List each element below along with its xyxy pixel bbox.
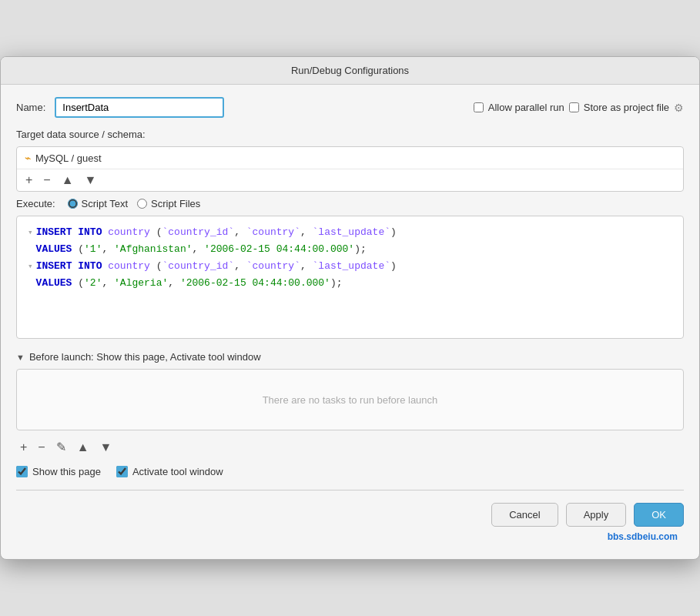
before-launch-title: Before launch: Show this page, Activate … (29, 351, 261, 363)
no-tasks-text: There are no tasks to run before launch (263, 394, 438, 406)
script-files-option[interactable]: Script Files (137, 198, 200, 209)
down-datasource-btn[interactable]: ▼ (81, 172, 101, 188)
activate-tool-window-option[interactable]: Activate tool window (116, 466, 223, 477)
datasource-box: ⌁ MySQL / guest + − ▲ ▼ (16, 146, 684, 192)
db-icon: ⌁ (25, 152, 31, 164)
apply-button[interactable]: Apply (566, 503, 627, 527)
allow-parallel-label[interactable]: Allow parallel run (474, 102, 564, 113)
fold-spacer-2 (28, 276, 33, 291)
show-this-page-label: Show this page (32, 466, 101, 477)
fold-icon-2[interactable]: ▾ (28, 259, 33, 274)
allow-parallel-checkbox[interactable] (474, 102, 484, 112)
code-editor[interactable]: ▾ INSERT INTO country (`country_id`, `co… (16, 216, 684, 339)
separator (16, 490, 684, 490)
datasource-value: MySQL / guest (35, 152, 102, 164)
add-datasource-btn[interactable]: + (22, 172, 36, 188)
datasource-toolbar: + − ▲ ▼ (17, 169, 683, 191)
code-line-2: VALUES ('1', 'Afghanistan', '2006-02-15 … (28, 241, 672, 258)
execute-label: Execute: (16, 198, 55, 209)
collapse-arrow[interactable]: ▼ (16, 353, 25, 362)
title-text: Run/Debug Configurations (291, 65, 409, 76)
watermark: bbs.sdbeiu.com (16, 530, 684, 547)
code-line-4: VALUES ('2', 'Algeria', '2006-02-15 04:4… (28, 275, 672, 292)
datasource-section-label: Target data source / schema: (16, 129, 684, 140)
remove-launch-btn[interactable]: − (34, 440, 49, 455)
show-this-page-option[interactable]: Show this page (16, 466, 101, 477)
up-datasource-btn[interactable]: ▲ (58, 172, 78, 188)
code-line-3: ▾ INSERT INTO country (`country_id`, `co… (28, 258, 672, 275)
header-checkboxes: Allow parallel run Store as project file… (474, 102, 684, 114)
script-files-radio[interactable] (137, 199, 147, 209)
checkboxes-row: Show this page Activate tool window (16, 466, 684, 477)
before-launch-box: There are no tasks to run before launch (16, 369, 684, 430)
ok-button[interactable]: OK (634, 503, 684, 527)
script-text-option[interactable]: Script Text (68, 198, 128, 209)
fold-icon-1[interactable]: ▾ (28, 226, 33, 240)
activate-tool-window-checkbox[interactable] (116, 466, 128, 477)
down-launch-btn[interactable]: ▼ (96, 440, 116, 455)
add-launch-btn[interactable]: + (16, 440, 31, 455)
launch-toolbar: + − ✎ ▲ ▼ (16, 437, 684, 458)
cancel-button[interactable]: Cancel (491, 503, 558, 527)
run-debug-dialog: Run/Debug Configurations Name: Allow par… (0, 56, 700, 560)
gear-icon[interactable]: ⚙ (674, 102, 684, 114)
activate-tool-window-label: Activate tool window (132, 466, 223, 477)
datasource-row[interactable]: ⌁ MySQL / guest (17, 147, 683, 169)
store-as-project-checkbox[interactable] (569, 102, 579, 112)
execute-radio-group: Script Text Script Files (68, 198, 201, 209)
name-label: Name: (16, 102, 45, 113)
code-line-1: ▾ INSERT INTO country (`country_id`, `co… (28, 224, 672, 241)
edit-launch-btn[interactable]: ✎ (52, 440, 70, 455)
remove-datasource-btn[interactable]: − (39, 172, 54, 188)
dialog-title: Run/Debug Configurations (1, 57, 699, 85)
fold-spacer-1 (28, 243, 33, 257)
show-this-page-checkbox[interactable] (16, 466, 28, 477)
button-row: Cancel Apply OK (16, 497, 684, 530)
name-input[interactable] (55, 97, 224, 118)
store-as-project-label[interactable]: Store as project file (569, 102, 669, 113)
before-launch-section: ▼ Before launch: Show this page, Activat… (16, 351, 684, 458)
script-text-radio[interactable] (68, 199, 78, 209)
name-row: Name: Allow parallel run Store as projec… (16, 97, 684, 118)
execute-row: Execute: Script Text Script Files (16, 198, 684, 209)
up-launch-btn[interactable]: ▲ (73, 440, 93, 455)
before-launch-header: ▼ Before launch: Show this page, Activat… (16, 351, 684, 363)
